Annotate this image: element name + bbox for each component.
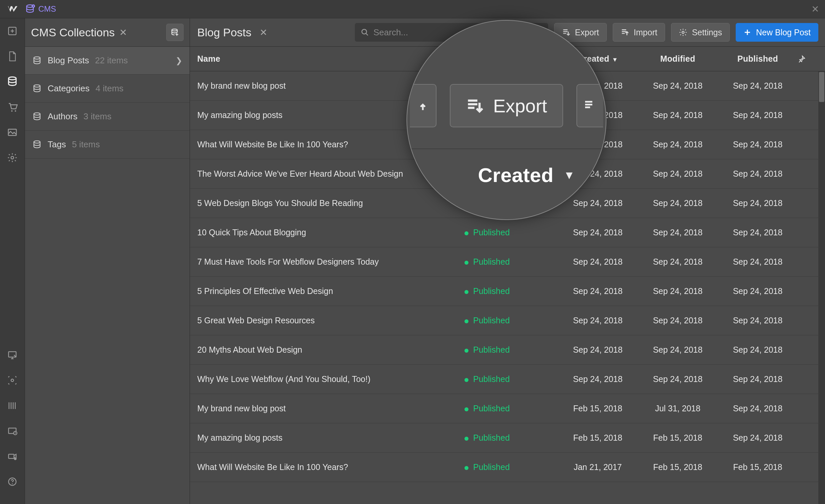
preview-desktop-icon[interactable]	[5, 347, 20, 363]
table-row[interactable]: 10 Quick Tips About Blogging Published S…	[190, 218, 825, 247]
svg-point-22	[682, 31, 684, 34]
cell-published: Sep 24, 2018	[718, 140, 798, 149]
cell-published: Feb 15, 2018	[718, 462, 798, 472]
import-icon	[620, 28, 629, 37]
cell-status: Published	[464, 228, 558, 237]
collection-name: Categories	[48, 83, 90, 94]
collection-item[interactable]: Tags 5 items	[25, 131, 190, 159]
database-icon	[32, 140, 42, 149]
cell-name: 5 Web Design Blogs You Should Be Reading	[197, 198, 464, 208]
database-icon	[32, 84, 42, 93]
collection-item[interactable]: Blog Posts 22 items ❯	[25, 47, 190, 75]
collections-header: CMS Collections ✕	[25, 18, 190, 47]
new-post-label: New Blog Post	[756, 28, 811, 37]
collection-item[interactable]: Authors 3 items	[25, 103, 190, 131]
col-published[interactable]: Published	[718, 54, 798, 64]
cell-published: Sep 24, 2018	[718, 169, 798, 179]
plus-icon	[743, 28, 751, 36]
xray-icon[interactable]	[5, 373, 20, 388]
cms-label: CMS	[38, 4, 56, 14]
cell-status: Published	[464, 345, 558, 355]
cell-published: Sep 24, 2018	[718, 110, 798, 120]
cell-name: 5 Great Web Design Resources	[197, 316, 464, 325]
svg-point-16	[172, 29, 177, 31]
scrollbar-thumb[interactable]	[819, 72, 824, 102]
cell-created: Feb 15, 2018	[558, 433, 638, 443]
mag-created-header[interactable]: Created ▼	[478, 164, 575, 187]
close-collections-button[interactable]: ✕	[119, 27, 127, 38]
database-icon	[32, 112, 42, 121]
export-label: Export	[575, 28, 599, 37]
table-row[interactable]: 5 Great Web Design Resources Published S…	[190, 306, 825, 335]
svg-point-15	[12, 483, 13, 484]
table-row[interactable]: My amazing blog posts Published Feb 15, …	[190, 423, 825, 453]
close-content-button[interactable]: ✕	[259, 27, 267, 38]
import-label: Import	[634, 28, 657, 37]
add-collection-button[interactable]	[166, 24, 183, 41]
cell-modified: Jul 31, 2018	[638, 404, 718, 413]
left-toolstrip	[0, 18, 25, 504]
chevron-right-icon: ❯	[175, 56, 182, 65]
cell-published: Sep 24, 2018	[718, 316, 798, 325]
svg-point-4	[11, 110, 13, 112]
cell-name: 10 Quick Tips About Blogging	[197, 228, 464, 237]
cell-created: Sep 24, 2018	[558, 316, 638, 325]
webflow-logo-icon[interactable]	[3, 0, 22, 18]
add-element-icon[interactable]	[5, 23, 20, 39]
settings-label: Settings	[692, 28, 722, 37]
close-panel-button[interactable]: ✕	[808, 2, 822, 16]
svg-point-21	[362, 29, 367, 34]
svg-rect-12	[9, 454, 14, 459]
ecommerce-icon[interactable]	[5, 99, 20, 115]
cell-modified: Feb 15, 2018	[638, 462, 718, 472]
col-modified[interactable]: Modified	[638, 54, 718, 64]
help-icon[interactable]	[5, 474, 20, 489]
table-row[interactable]: My brand new blog post Published Feb 15,…	[190, 394, 825, 423]
assets-icon[interactable]	[5, 125, 20, 140]
cell-name: 20 Myths About Web Design	[197, 345, 464, 355]
settings-icon[interactable]	[5, 150, 20, 165]
cell-published: Sep 24, 2018	[718, 404, 798, 413]
cell-modified: Feb 15, 2018	[638, 433, 718, 443]
import-button[interactable]: Import	[613, 23, 665, 42]
grid-icon[interactable]	[5, 398, 20, 413]
cms-icon[interactable]	[5, 74, 20, 89]
new-blog-post-button[interactable]: New Blog Post	[736, 23, 818, 42]
collection-item[interactable]: Categories 4 items	[25, 75, 190, 103]
content-title: Blog Posts	[197, 26, 251, 39]
database-icon	[32, 56, 42, 65]
sort-desc-icon: ▼	[612, 56, 618, 63]
gear-icon	[679, 28, 687, 37]
cell-published: Sep 24, 2018	[718, 345, 798, 355]
cell-modified: Sep 24, 2018	[638, 169, 718, 179]
cell-published: Sep 24, 2018	[718, 433, 798, 443]
cell-status: Published	[464, 462, 558, 472]
table-row[interactable]: 20 Myths About Web Design Published Sep …	[190, 335, 825, 365]
svg-point-13	[14, 458, 17, 460]
cell-name: What Will Website Be Like In 100 Years?	[197, 462, 464, 472]
table-row[interactable]: What Will Website Be Like In 100 Years? …	[190, 453, 825, 482]
svg-point-9	[11, 379, 14, 382]
table-row[interactable]: 7 Must Have Tools For Webflow Designers …	[190, 247, 825, 277]
pin-column-icon[interactable]	[798, 55, 818, 63]
sort-desc-icon: ▼	[564, 169, 575, 182]
cell-published: Sep 24, 2018	[718, 228, 798, 237]
collections-panel: CMS Collections ✕ Blog Posts 22 items ❯ …	[25, 18, 190, 504]
audit-icon[interactable]	[5, 423, 20, 439]
pages-icon[interactable]	[5, 49, 20, 64]
video-icon[interactable]	[5, 449, 20, 464]
mag-export-button[interactable]: Export	[450, 84, 563, 127]
cell-modified: Sep 24, 2018	[638, 198, 718, 208]
page-context: CMS	[25, 4, 56, 14]
cell-published: Sep 24, 2018	[718, 81, 798, 91]
collection-name: Blog Posts	[48, 55, 89, 66]
settings-button[interactable]: Settings	[671, 23, 730, 42]
scrollbar[interactable]	[818, 71, 825, 504]
cell-status: Published	[464, 257, 558, 267]
collection-name: Authors	[48, 111, 78, 122]
collection-count: 4 items	[96, 83, 124, 94]
table-row[interactable]: 5 Principles Of Effective Web Design Pub…	[190, 277, 825, 306]
cell-modified: Sep 24, 2018	[638, 140, 718, 149]
table-row[interactable]: Why We Love Webflow (And You Should, Too…	[190, 365, 825, 394]
cell-published: Sep 24, 2018	[718, 198, 798, 208]
